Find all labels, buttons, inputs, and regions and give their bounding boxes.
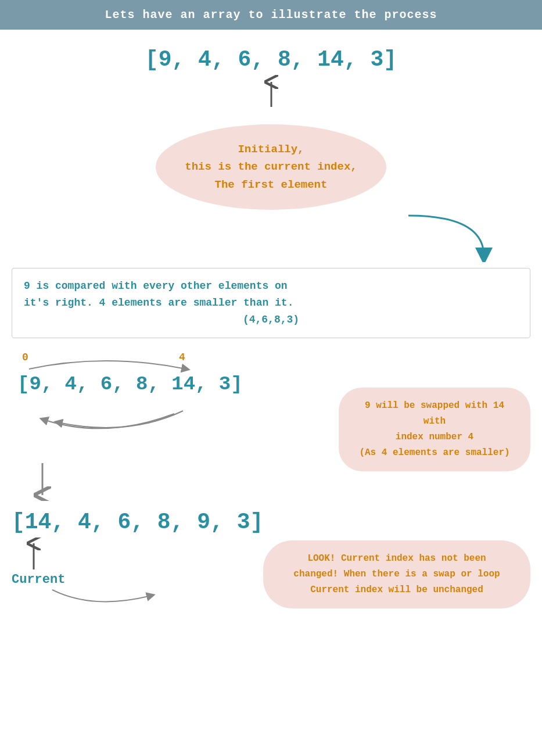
swap-line3: (As 4 elements are smaller)	[351, 445, 518, 461]
comp-line1: 9 is compared with every other elements …	[24, 278, 518, 295]
bubble-line2: this is the current index,	[185, 158, 357, 175]
comparison-box: 9 is compared with every other elements …	[12, 268, 530, 338]
swap-arrows-icon	[12, 347, 232, 463]
initially-bubble-container: Initially, this is the current index, Th…	[0, 124, 542, 210]
look-bubble: LOOK! Current index has not been changed…	[263, 540, 530, 609]
swap-diagram-area: 0 4 [9, 4, 6, 8, 14, 3] 9 will be swappe…	[12, 347, 530, 481]
bubble-line3: The first element	[185, 176, 357, 194]
header-banner: Lets have an array to illustrate the pro…	[0, 0, 542, 30]
array-initial-display: [9, 4, 6, 8, 14, 3]	[0, 47, 542, 72]
current-up-arrow-icon	[23, 538, 44, 569]
array-second-display: [9, 4, 6, 8, 14, 3]	[17, 373, 243, 395]
teal-arrow-section	[0, 210, 542, 262]
header-text: Lets have an array to illustrate the pro…	[105, 8, 437, 22]
look-line2: changed! When there is a swap or loop	[278, 567, 516, 582]
look-line3: Current index will be unchanged	[278, 582, 516, 598]
result-array-display: [14, 4, 6, 8, 9, 3]	[12, 510, 542, 535]
bubble-line1: Initially,	[185, 141, 357, 158]
array-top-section: [9, 4, 6, 8, 14, 3]	[0, 47, 542, 72]
initially-bubble: Initially, this is the current index, Th…	[156, 124, 386, 210]
teal-curved-arrow-icon	[391, 210, 507, 262]
current-arrow-to-bubble-icon	[46, 581, 163, 616]
swap-bubble: 9 will be swapped with 14 with index num…	[339, 388, 530, 472]
arrow-up-icon	[261, 75, 282, 107]
swap-line1: 9 will be swapped with 14 with	[351, 398, 518, 429]
result-array-section: [14, 4, 6, 8, 9, 3]	[0, 510, 542, 535]
look-line1: LOOK! Current index has not been	[278, 551, 516, 567]
current-section: Current LOOK! Current index has not been…	[12, 538, 530, 619]
arrow-up-container	[0, 75, 542, 107]
comp-line2: it's right. 4 elements are smaller than …	[24, 295, 518, 311]
comp-line3: (4,6,8,3)	[24, 311, 518, 328]
swap-line2: index number 4	[351, 429, 518, 445]
